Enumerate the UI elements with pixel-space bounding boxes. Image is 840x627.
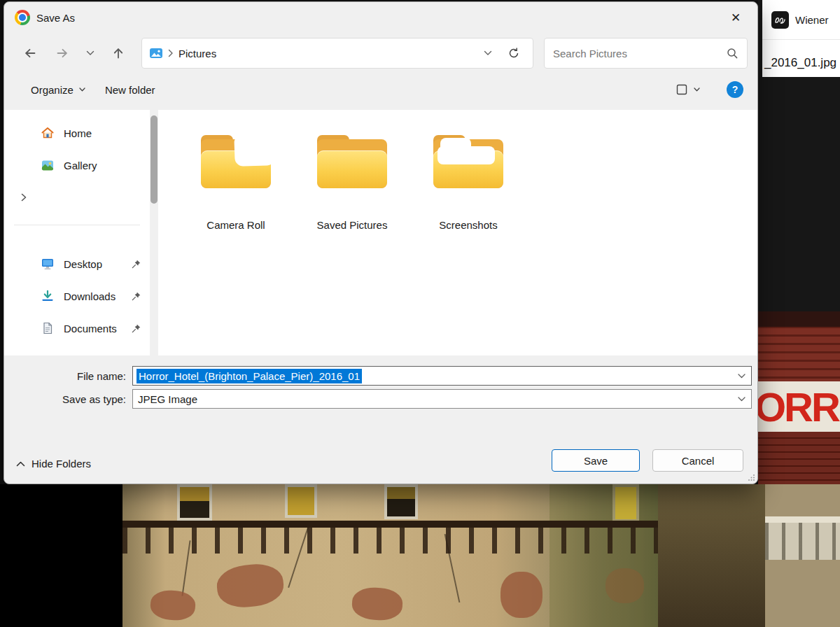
folder-icon — [429, 134, 507, 194]
sidebar-item-downloads[interactable]: Downloads — [4, 280, 150, 312]
pin-icon — [131, 323, 141, 334]
home-icon — [41, 126, 55, 140]
balcony-railing — [122, 521, 658, 554]
sidebar-item-documents[interactable]: Documents — [4, 312, 150, 344]
brick-patch — [150, 589, 197, 621]
brick-patch — [351, 586, 403, 621]
pin-icon — [131, 291, 141, 302]
help-button[interactable]: ? — [727, 81, 743, 98]
tab-favicon-icon — [771, 11, 789, 29]
file-name-value: Horror_Hotel_(Brighton_Palace_Pier)_2016… — [136, 369, 362, 383]
sidebar-item-label: Documents — [64, 323, 117, 334]
photo-black-edge — [0, 484, 122, 627]
address-bar[interactable]: Pictures — [141, 38, 533, 69]
hide-folders-label: Hide Folders — [31, 458, 91, 470]
desktop-icon — [41, 257, 55, 271]
sidebar-scrollbar[interactable] — [150, 110, 158, 355]
organize-label: Organize — [31, 84, 74, 96]
folder-icon — [313, 134, 391, 194]
chevron-up-icon — [16, 461, 25, 467]
file-name-dropdown-chevron[interactable] — [738, 374, 746, 379]
sidebar-divider — [14, 225, 140, 225]
view-options-chevron[interactable] — [694, 87, 700, 92]
window — [177, 484, 212, 521]
sidebar-item-label: Gallery — [64, 160, 97, 171]
resize-grip[interactable] — [748, 474, 755, 481]
up-button[interactable] — [102, 39, 134, 67]
gallery-icon — [41, 158, 55, 172]
folder-name: Screenshots — [416, 219, 521, 231]
background-photo-bottom — [0, 484, 840, 627]
sidebar-item-label: Home — [64, 127, 92, 139]
folder-icon — [197, 134, 275, 194]
sidebar-item-gallery[interactable]: Gallery — [4, 149, 150, 181]
horror-sign: ORR — [758, 381, 840, 432]
pictures-folder-icon — [149, 46, 163, 60]
folder-tile-screenshots[interactable]: Screenshots — [416, 134, 521, 231]
save-as-type-select[interactable]: JPEG Image — [132, 389, 752, 409]
scrollbar-thumb[interactable] — [150, 115, 158, 204]
cancel-button[interactable]: Cancel — [652, 449, 743, 472]
folder-thumbnail — [234, 133, 276, 167]
new-folder-label: New folder — [105, 84, 155, 96]
file-name-input[interactable]: Horror_Hotel_(Brighton_Palace_Pier)_2016… — [132, 366, 752, 386]
change-view-button[interactable] — [676, 83, 688, 96]
sidebar-item-home[interactable]: Home — [4, 117, 150, 149]
forward-button[interactable] — [46, 39, 78, 67]
sidebar-item-label: Desktop — [64, 258, 102, 270]
search-box[interactable] — [544, 38, 748, 69]
documents-icon — [41, 321, 55, 335]
folder-tile-camera-roll[interactable]: Camera Roll — [183, 134, 288, 231]
search-input[interactable] — [553, 48, 726, 59]
tab-title: Wiener — [795, 14, 829, 26]
breadcrumb-chevron-icon — [168, 49, 174, 57]
roof-tiles-top — [758, 311, 840, 381]
navigation-pane: Home Gallery Desktop — [4, 110, 150, 355]
dialog-titlebar[interactable]: Save As ✕ — [4, 2, 757, 33]
close-button[interactable]: ✕ — [721, 5, 750, 30]
chrome-icon — [15, 10, 30, 25]
downloads-icon — [41, 289, 55, 303]
window — [384, 484, 418, 519]
horror-sign-text: ORR — [758, 383, 839, 430]
recent-locations-chevron[interactable] — [78, 39, 102, 67]
back-button[interactable] — [14, 39, 46, 67]
building-wall — [122, 484, 840, 627]
save-button[interactable]: Save — [552, 449, 640, 472]
sidebar-item-desktop[interactable]: Desktop — [4, 248, 150, 280]
browser-background-right: Wiener _2016_01.jpg ORR — [758, 0, 840, 484]
address-dropdown-chevron[interactable] — [474, 50, 502, 56]
navigation-bar: Pictures — [4, 33, 757, 73]
browser-tab[interactable]: Wiener — [762, 0, 840, 40]
sidebar-item-label: Downloads — [64, 290, 115, 302]
new-folder-button[interactable]: New folder — [105, 84, 155, 96]
folder-thumbnail — [438, 146, 495, 164]
refresh-icon[interactable] — [502, 47, 526, 59]
roof-tiles-bottom — [758, 432, 840, 484]
tree-expander[interactable] — [4, 181, 150, 213]
hide-folders-button[interactable]: Hide Folders — [16, 458, 91, 470]
save-as-type-value: JPEG Image — [136, 393, 197, 405]
file-name-label: File name: — [4, 370, 132, 382]
dialog-title: Save As — [36, 12, 75, 24]
folder-name: Camera Roll — [183, 219, 288, 231]
wall-shading — [550, 484, 658, 627]
brick-patch — [215, 561, 286, 610]
file-fields: File name: Horror_Hotel_(Brighton_Palace… — [4, 355, 757, 409]
page-heading: _2016_01.jpg — [762, 40, 840, 77]
save-as-dialog: Save As ✕ Pictures — [4, 1, 758, 484]
organize-button[interactable]: Organize — [31, 84, 85, 96]
building-dark-section — [658, 484, 765, 627]
page-filename-text: _2016_01.jpg — [764, 56, 836, 70]
folder-tile-saved-pictures[interactable]: Saved Pictures — [300, 134, 405, 231]
search-icon — [726, 47, 738, 59]
pin-icon — [131, 259, 141, 269]
breadcrumb[interactable]: Pictures — [178, 48, 216, 59]
chevron-down-icon — [79, 87, 85, 92]
save-as-type-dropdown-chevron[interactable] — [738, 397, 746, 402]
command-bar: Organize New folder ? — [4, 73, 757, 110]
chevron-right-icon — [18, 192, 29, 203]
white-railing — [765, 516, 840, 560]
background-photo-right: ORR — [758, 311, 840, 484]
folder-name: Saved Pictures — [300, 219, 405, 231]
